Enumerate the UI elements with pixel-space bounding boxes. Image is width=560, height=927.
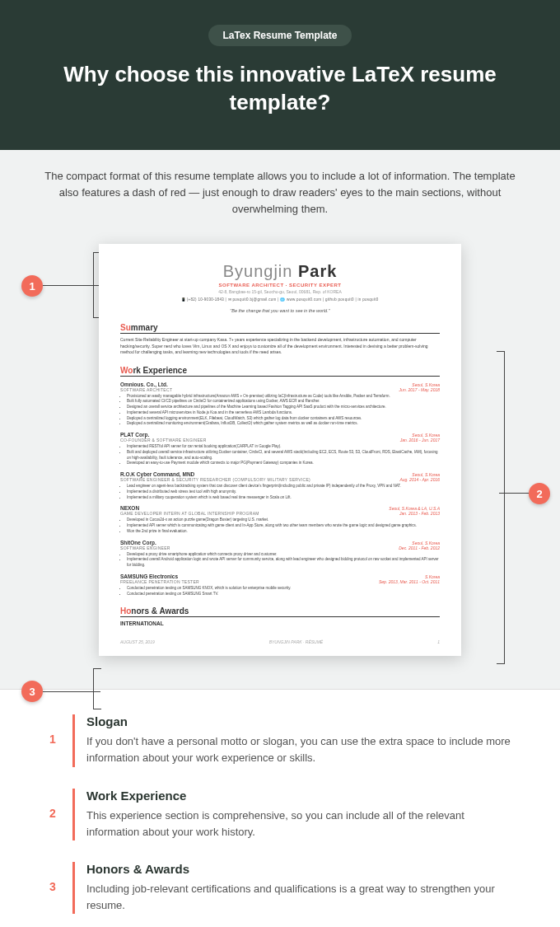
resume-preview-wrap: 1 2 3 Byungjin Park SOFTWARE ARCHITECT ·… xyxy=(0,236,560,689)
legend: 1 Slogan If you don't have a personal mo… xyxy=(0,689,560,927)
job-role: FREELANCE PENETRATION TESTER xyxy=(120,579,199,584)
job-date: Aug. 2014 - Apr. 2016 xyxy=(399,477,440,482)
job-company: NEXON xyxy=(120,505,139,511)
job-role: SOFTWARE ENGINEER xyxy=(120,545,170,550)
job-date: Jan. 2016 - Jun. 2017 xyxy=(400,438,440,442)
resume-job: R.O.K Cyber Command, MNDSeoul, S.KoreaSO… xyxy=(120,471,440,500)
job-role: SOFTWARE ARCHITECT xyxy=(120,387,172,392)
job-bullet: Won the 2nd prize in final evaluation. xyxy=(127,529,440,535)
job-bullets: Provisioned an easily managable hybrid i… xyxy=(127,394,440,428)
job-bullet: Implemented RESTful API server for car r… xyxy=(127,444,440,450)
resume-job: PLAT Corp.Seoul, S.KoreaCO-FOUNDER & SOF… xyxy=(120,432,440,466)
summary-title: Summary xyxy=(120,323,440,334)
resume-page: Byungjin Park SOFTWARE ARCHITECT · SECUR… xyxy=(99,244,461,656)
pointer-line-3b xyxy=(93,668,94,709)
job-bullet: Implemented a military cooperation syste… xyxy=(127,495,440,501)
job-bullets: Developed in Cocos2d-x an action puzzle … xyxy=(127,517,440,534)
resume-job: ShitOne Corp.Seoul, S.KoreaSOFTWARE ENGI… xyxy=(120,540,440,569)
job-date: Dec. 2011 - Feb. 2012 xyxy=(399,545,440,550)
legend-text: Including job-relevant certifications an… xyxy=(86,881,511,914)
legend-title: Honors & Awards xyxy=(86,862,511,876)
pointer-line-3c xyxy=(93,668,101,669)
legend-text: If you don't have a personal motto or sl… xyxy=(86,733,511,766)
job-bullet: Conducted penetration testing on SAMSUNG… xyxy=(127,586,440,592)
job-bullet: Implemented several API microservices in… xyxy=(127,410,440,416)
pointer-line-2c xyxy=(497,351,505,352)
job-bullet: Lead engineer on agent-less backtracking… xyxy=(127,484,440,489)
pointer-line-3 xyxy=(43,691,100,692)
work-title: Work Experience xyxy=(120,366,440,377)
resume-work-section: Work Experience Omnious. Co., Ltd.Seoul,… xyxy=(120,366,440,597)
job-company: Omnious. Co., Ltd. xyxy=(120,382,168,387)
resume-job: Omnious. Co., Ltd.Seoul, S.KoreaSOFTWARE… xyxy=(120,382,440,428)
pointer-badge-2: 2 xyxy=(529,483,550,504)
job-role: GAME DEVELOPER INTERN AT GLOBAL INTERNSH… xyxy=(120,511,259,516)
job-bullets: Lead engineer on agent-less backtracking… xyxy=(127,484,440,500)
resume-address: 42-8, Bangbae-ro 15-gil, Seocho-gu, Seou… xyxy=(120,289,440,294)
hero: LaTex Resume Template Why choose this in… xyxy=(0,0,560,150)
job-bullet: Built and deployed overall service infra… xyxy=(127,450,440,461)
intro-text: The compact format of this resume templa… xyxy=(0,150,560,236)
job-company: PLAT Corp. xyxy=(120,432,149,438)
pointer-line-2d xyxy=(497,663,505,664)
pointer-badge-3: 3 xyxy=(21,681,43,702)
job-company: SAMSUNG Electronics xyxy=(120,574,178,579)
legend-item-2: 2 Work Experience This experience sectio… xyxy=(49,789,511,840)
honors-sub: INTERNATIONAL xyxy=(120,620,440,626)
footer-page: 1 xyxy=(437,639,440,644)
pointer-line-3d xyxy=(93,709,101,709)
honors-title: Honors & Awards xyxy=(120,606,440,617)
job-bullet: Designed an overall service architecture… xyxy=(127,405,440,410)
job-bullets: Developed a proxy drive smartphone appli… xyxy=(127,552,440,569)
resume-name: Byungjin Park xyxy=(120,262,440,281)
legend-num: 3 xyxy=(49,862,72,893)
resume-summary-section: Summary Current Site Reliability Enginee… xyxy=(120,323,440,356)
job-bullet: Built fully automated CI/CD pipelines on… xyxy=(127,399,440,405)
footer-date: AUGUST 25, 2019 xyxy=(120,639,155,644)
legend-item-3: 3 Honors & Awards Including job-relevant… xyxy=(49,862,511,914)
job-date: Jun. 2017 - May. 2018 xyxy=(399,387,440,392)
pointer-line-2b xyxy=(504,351,505,664)
resume-header: Byungjin Park SOFTWARE ARCHITECT · SECUR… xyxy=(120,262,440,313)
job-role: CO-FOUNDER & SOFTWARE ENGINEER xyxy=(120,438,207,442)
job-company: R.O.K Cyber Command, MND xyxy=(120,471,194,477)
resume-motto: "Be the change that you want to see in t… xyxy=(120,308,440,313)
job-company: ShitOne Corp. xyxy=(120,540,156,545)
resume-contacts: 📱(+82) 10-9030-1843 | ✉ posquit0.bj@gmai… xyxy=(120,297,440,302)
job-bullet: Deployed a centralized monitoring enviro… xyxy=(127,421,440,427)
job-bullet: Implemented a distributed web stress tes… xyxy=(127,489,440,495)
legend-title: Work Experience xyxy=(86,789,511,803)
job-date: Jan. 2013 - Feb. 2013 xyxy=(399,511,440,516)
job-bullet: Conducted penetration testing on SAMSUNG… xyxy=(127,592,440,597)
resume-job: SAMSUNG ElectronicsS.KoreaFREELANCE PENE… xyxy=(120,574,440,597)
job-bullet: Deployed a centralized logging environme… xyxy=(127,416,440,422)
job-bullet: Provisioned an easily managable hybrid i… xyxy=(127,394,440,400)
resume-footer: AUGUST 25, 2019 BYUNGJIN PARK · RÉSUMÉ 1 xyxy=(120,639,440,644)
job-bullet: Developed in Cocos2d-x an action puzzle … xyxy=(127,517,440,523)
pointer-line-1 xyxy=(43,285,100,286)
hero-title: Why choose this innovative LaTeX resume … xyxy=(33,61,527,117)
legend-num: 1 xyxy=(49,714,72,746)
legend-text: This experience section is comprehensive… xyxy=(86,808,511,840)
legend-title: Slogan xyxy=(86,714,511,728)
resume-job: NEXONSeoul, S.Korea & LA, U.S.AGAME DEVE… xyxy=(120,505,440,534)
pointer-line-1b xyxy=(93,252,94,318)
resume-honors-section: Honors & Awards INTERNATIONAL xyxy=(120,606,440,626)
job-role: SOFTWARE ENGINEER & SECURITY RESEARCHER … xyxy=(120,477,310,482)
legend-num: 2 xyxy=(49,789,72,820)
category-badge: LaTex Resume Template xyxy=(208,25,352,46)
job-bullet: Implemented overall Android application … xyxy=(127,557,440,569)
job-bullet: Developed an easy-to-use Payment module … xyxy=(127,461,440,466)
footer-center: BYUNGJIN PARK · RÉSUMÉ xyxy=(269,639,323,644)
pointer-badge-1: 1 xyxy=(21,275,43,297)
resume-subtitle: SOFTWARE ARCHITECT · SECURITY EXPERT xyxy=(120,283,440,288)
job-date: Sep. 2013, Mar. 2011 - Oct. 2011 xyxy=(379,579,440,584)
summary-text: Current Site Reliability Engineer at sta… xyxy=(120,337,440,356)
job-bullet: Implemented API server which is communic… xyxy=(127,523,440,529)
job-bullets: Conducted penetration testing on SAMSUNG… xyxy=(127,586,440,597)
job-bullet: Developed a proxy drive smartphone appli… xyxy=(127,552,440,558)
legend-item-1: 1 Slogan If you don't have a personal mo… xyxy=(49,714,511,766)
job-bullets: Implemented RESTful API server for car r… xyxy=(127,444,440,466)
